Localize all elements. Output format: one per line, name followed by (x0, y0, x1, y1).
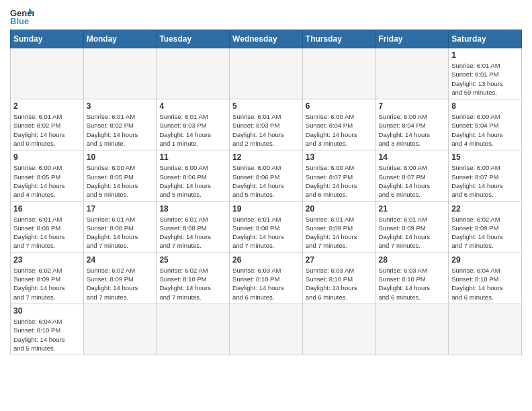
day-number: 23 (13, 255, 81, 265)
day-number: 14 (379, 152, 446, 162)
calendar-cell: 27Sunrise: 6:03 AMSunset: 8:10 PMDayligh… (302, 253, 375, 304)
day-info: Sunrise: 6:04 AMSunset: 8:10 PMDaylight:… (451, 266, 519, 302)
calendar-cell: 5Sunrise: 6:01 AMSunset: 8:03 PMDaylight… (230, 99, 303, 150)
header-day-monday: Monday (83, 30, 157, 48)
day-info: Sunrise: 6:00 AMSunset: 8:05 PMDaylight:… (13, 163, 81, 199)
calendar-header: SundayMondayTuesdayWednesdayThursdayFrid… (11, 30, 522, 48)
day-number: 28 (379, 255, 446, 265)
calendar-cell (375, 304, 449, 355)
calendar-cell: 23Sunrise: 6:02 AMSunset: 8:09 PMDayligh… (11, 253, 84, 304)
day-info: Sunrise: 6:01 AMSunset: 8:08 PMDaylight:… (13, 215, 81, 250)
day-info: Sunrise: 6:02 AMSunset: 8:09 PMDaylight:… (13, 266, 81, 302)
generalblue-logo-icon: General Blue (10, 7, 34, 26)
day-number: 1 (451, 50, 519, 60)
calendar-cell: 28Sunrise: 6:03 AMSunset: 8:10 PMDayligh… (375, 253, 449, 304)
calendar-week-row: 30Sunrise: 6:04 AMSunset: 8:10 PMDayligh… (11, 304, 522, 355)
calendar-week-row: 23Sunrise: 6:02 AMSunset: 8:09 PMDayligh… (11, 253, 522, 304)
calendar-cell (230, 304, 303, 355)
day-number: 4 (159, 101, 226, 111)
calendar-cell: 12Sunrise: 6:00 AMSunset: 8:06 PMDayligh… (230, 150, 303, 201)
day-info: Sunrise: 6:00 AMSunset: 8:07 PMDaylight:… (306, 163, 373, 199)
day-number: 3 (87, 101, 154, 111)
day-info: Sunrise: 6:01 AMSunset: 8:03 PMDaylight:… (159, 112, 226, 148)
day-info: Sunrise: 6:00 AMSunset: 8:05 PMDaylight:… (87, 163, 154, 199)
calendar-cell: 25Sunrise: 6:02 AMSunset: 8:10 PMDayligh… (157, 253, 230, 304)
calendar-cell: 9Sunrise: 6:00 AMSunset: 8:05 PMDaylight… (11, 150, 84, 201)
header-day-friday: Friday (375, 30, 449, 48)
calendar-cell (83, 48, 157, 99)
calendar-cell: 7Sunrise: 6:00 AMSunset: 8:04 PMDaylight… (375, 99, 449, 150)
header-day-saturday: Saturday (449, 30, 522, 48)
day-info: Sunrise: 6:01 AMSunset: 8:08 PMDaylight:… (232, 215, 300, 250)
day-info: Sunrise: 6:03 AMSunset: 8:10 PMDaylight:… (306, 266, 373, 302)
day-number: 20 (306, 204, 373, 214)
day-number: 2 (13, 101, 81, 111)
calendar-cell (375, 48, 449, 99)
header-day-thursday: Thursday (302, 30, 375, 48)
calendar-body: 1Sunrise: 6:01 AMSunset: 8:01 PMDaylight… (11, 48, 522, 355)
day-number: 12 (232, 152, 300, 162)
day-number: 29 (451, 255, 519, 265)
day-info: Sunrise: 6:03 AMSunset: 8:10 PMDaylight:… (379, 266, 446, 302)
day-number: 21 (379, 204, 446, 214)
calendar-cell: 14Sunrise: 6:00 AMSunset: 8:07 PMDayligh… (375, 150, 449, 201)
calendar-cell: 4Sunrise: 6:01 AMSunset: 8:03 PMDaylight… (157, 99, 230, 150)
calendar-cell: 1Sunrise: 6:01 AMSunset: 8:01 PMDaylight… (449, 48, 522, 99)
day-number: 13 (306, 152, 373, 162)
day-number: 27 (306, 255, 373, 265)
calendar-cell: 21Sunrise: 6:01 AMSunset: 8:09 PMDayligh… (375, 201, 449, 253)
day-number: 9 (13, 152, 81, 162)
calendar-cell (302, 304, 375, 355)
day-number: 15 (451, 152, 519, 162)
day-info: Sunrise: 6:01 AMSunset: 8:09 PMDaylight:… (306, 215, 373, 250)
calendar-cell: 22Sunrise: 6:02 AMSunset: 8:09 PMDayligh… (449, 201, 522, 253)
header: General Blue (10, 7, 522, 26)
day-info: Sunrise: 6:01 AMSunset: 8:08 PMDaylight:… (87, 215, 154, 250)
calendar-cell: 15Sunrise: 6:00 AMSunset: 8:07 PMDayligh… (449, 150, 522, 201)
calendar-week-row: 16Sunrise: 6:01 AMSunset: 8:08 PMDayligh… (11, 201, 522, 253)
day-number: 19 (232, 204, 300, 214)
day-number: 22 (451, 204, 519, 214)
day-info: Sunrise: 6:00 AMSunset: 8:04 PMDaylight:… (379, 112, 446, 148)
day-info: Sunrise: 6:01 AMSunset: 8:02 PMDaylight:… (13, 112, 81, 148)
day-number: 18 (159, 204, 226, 214)
day-number: 6 (306, 101, 373, 111)
day-info: Sunrise: 6:00 AMSunset: 8:04 PMDaylight:… (451, 112, 519, 148)
day-info: Sunrise: 6:01 AMSunset: 8:02 PMDaylight:… (87, 112, 154, 148)
day-info: Sunrise: 6:01 AMSunset: 8:01 PMDaylight:… (451, 61, 519, 97)
calendar-table: SundayMondayTuesdayWednesdayThursdayFrid… (10, 30, 522, 355)
day-number: 24 (87, 255, 154, 265)
day-number: 5 (232, 101, 300, 111)
calendar-cell: 29Sunrise: 6:04 AMSunset: 8:10 PMDayligh… (449, 253, 522, 304)
calendar-cell (11, 48, 84, 99)
day-number: 10 (87, 152, 154, 162)
header-day-wednesday: Wednesday (230, 30, 303, 48)
day-info: Sunrise: 6:03 AMSunset: 8:10 PMDaylight:… (232, 266, 300, 302)
day-number: 17 (87, 204, 154, 214)
calendar-cell (302, 48, 375, 99)
day-number: 7 (379, 101, 446, 111)
day-info: Sunrise: 6:02 AMSunset: 8:09 PMDaylight:… (451, 215, 519, 250)
calendar-cell: 30Sunrise: 6:04 AMSunset: 8:10 PMDayligh… (11, 304, 84, 355)
day-info: Sunrise: 6:02 AMSunset: 8:09 PMDaylight:… (87, 266, 154, 302)
calendar-cell: 3Sunrise: 6:01 AMSunset: 8:02 PMDaylight… (83, 99, 157, 150)
day-info: Sunrise: 6:01 AMSunset: 8:03 PMDaylight:… (232, 112, 300, 148)
calendar-week-row: 2Sunrise: 6:01 AMSunset: 8:02 PMDaylight… (11, 99, 522, 150)
calendar-cell (83, 304, 157, 355)
calendar-week-row: 9Sunrise: 6:00 AMSunset: 8:05 PMDaylight… (11, 150, 522, 201)
calendar-week-row: 1Sunrise: 6:01 AMSunset: 8:01 PMDaylight… (11, 48, 522, 99)
calendar-cell: 26Sunrise: 6:03 AMSunset: 8:10 PMDayligh… (230, 253, 303, 304)
calendar-header-row: SundayMondayTuesdayWednesdayThursdayFrid… (11, 30, 522, 48)
calendar-cell: 13Sunrise: 6:00 AMSunset: 8:07 PMDayligh… (302, 150, 375, 201)
svg-text:Blue: Blue (10, 16, 29, 26)
calendar-cell: 24Sunrise: 6:02 AMSunset: 8:09 PMDayligh… (83, 253, 157, 304)
calendar-cell (230, 48, 303, 99)
day-info: Sunrise: 6:01 AMSunset: 8:09 PMDaylight:… (379, 215, 446, 250)
logo: General Blue (10, 7, 34, 26)
calendar-cell (449, 304, 522, 355)
calendar-cell: 2Sunrise: 6:01 AMSunset: 8:02 PMDaylight… (11, 99, 84, 150)
calendar-cell: 18Sunrise: 6:01 AMSunset: 8:08 PMDayligh… (157, 201, 230, 253)
calendar-cell: 8Sunrise: 6:00 AMSunset: 8:04 PMDaylight… (449, 99, 522, 150)
calendar-cell: 16Sunrise: 6:01 AMSunset: 8:08 PMDayligh… (11, 201, 84, 253)
day-number: 11 (159, 152, 226, 162)
